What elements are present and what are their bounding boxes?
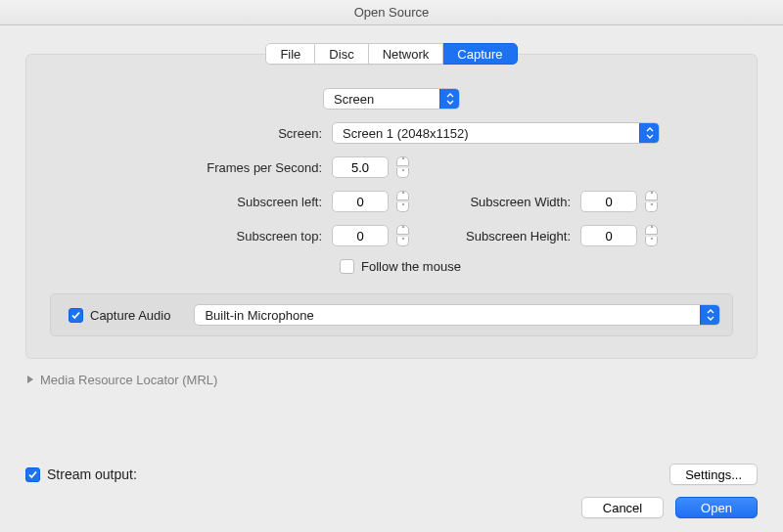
stepper-down-icon: ˅ bbox=[645, 237, 658, 246]
stream-output-label: Stream output: bbox=[47, 466, 137, 482]
sub-height-label: Subscreen Height: bbox=[438, 229, 580, 244]
tab-disc[interactable]: Disc bbox=[315, 43, 368, 65]
audio-device-select[interactable]: Built-in Microphone bbox=[194, 304, 720, 326]
stepper-up-icon: ˄ bbox=[645, 191, 658, 200]
tab-file[interactable]: File bbox=[265, 43, 315, 65]
cancel-button[interactable]: Cancel bbox=[581, 497, 664, 518]
fps-stepper[interactable]: ˄ ˅ bbox=[396, 156, 409, 178]
screen-select[interactable]: Screen 1 (2048x1152) bbox=[332, 122, 660, 144]
stepper-down-icon: ˅ bbox=[396, 168, 409, 178]
screen-value: Screen 1 (2048x1152) bbox=[343, 126, 469, 141]
stepper-up-icon: ˄ bbox=[396, 191, 409, 200]
mrl-disclosure[interactable]: Media Resource Locator (MRL) bbox=[25, 373, 758, 387]
sub-width-label: Subscreen Width: bbox=[438, 195, 580, 209]
stepper-down-icon: ˅ bbox=[396, 202, 409, 212]
sub-width-input[interactable] bbox=[580, 191, 637, 212]
sub-width-stepper[interactable]: ˄˅ bbox=[645, 191, 658, 212]
stepper-up-icon: ˄ bbox=[396, 225, 409, 235]
stream-output-checkbox[interactable] bbox=[25, 467, 40, 482]
sub-top-input[interactable] bbox=[332, 225, 389, 246]
source-tabs: File Disc Network Capture bbox=[25, 43, 758, 65]
sub-left-stepper[interactable]: ˄˅ bbox=[396, 191, 409, 212]
stepper-up-icon: ˄ bbox=[645, 225, 658, 235]
window-title: Open Source bbox=[0, 0, 783, 25]
follow-mouse-label: Follow the mouse bbox=[361, 259, 461, 274]
audio-device-value: Built-in Microphone bbox=[205, 308, 313, 323]
sub-top-stepper[interactable]: ˄˅ bbox=[396, 225, 409, 246]
capture-audio-checkbox[interactable] bbox=[69, 308, 83, 323]
capture-audio-label: Capture Audio bbox=[90, 308, 170, 323]
fps-label: Frames per Second: bbox=[50, 160, 332, 175]
stream-settings-button[interactable]: Settings... bbox=[669, 464, 758, 485]
fps-input[interactable] bbox=[332, 156, 389, 178]
sub-height-stepper[interactable]: ˄˅ bbox=[645, 225, 658, 246]
capture-mode-popup[interactable]: Screen bbox=[323, 88, 460, 110]
popup-arrows-icon bbox=[439, 89, 459, 109]
tab-capture[interactable]: Capture bbox=[443, 43, 517, 65]
follow-mouse-checkbox[interactable] bbox=[340, 259, 354, 274]
popup-arrows-icon bbox=[700, 305, 719, 325]
tab-network[interactable]: Network bbox=[369, 43, 444, 65]
sub-left-input[interactable] bbox=[332, 191, 389, 212]
popup-arrows-icon bbox=[639, 123, 659, 143]
open-button[interactable]: Open bbox=[675, 497, 758, 518]
capture-mode-value: Screen bbox=[334, 92, 374, 107]
stepper-up-icon: ˄ bbox=[396, 156, 409, 166]
capture-panel: Screen Screen: Screen 1 (2048x1152) Fram… bbox=[25, 54, 758, 359]
screen-label: Screen: bbox=[50, 126, 332, 141]
stepper-down-icon: ˅ bbox=[396, 237, 409, 246]
sub-left-label: Subscreen left: bbox=[50, 195, 332, 209]
mrl-label: Media Resource Locator (MRL) bbox=[40, 373, 217, 387]
capture-audio-group: Capture Audio Built-in Microphone bbox=[50, 293, 733, 336]
sub-top-label: Subscreen top: bbox=[50, 229, 332, 244]
sub-height-input[interactable] bbox=[580, 225, 637, 246]
disclosure-triangle-icon bbox=[25, 373, 34, 387]
stepper-down-icon: ˅ bbox=[645, 202, 658, 212]
